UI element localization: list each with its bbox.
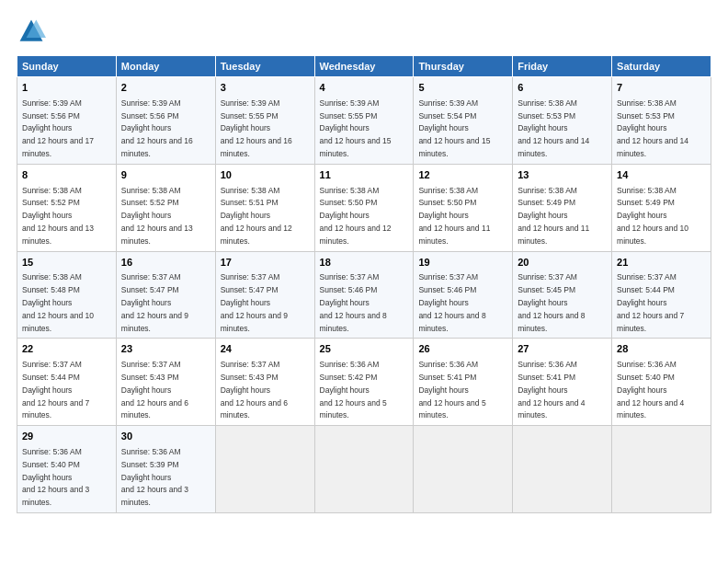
day-cell: 11Sunrise: 5:38 AMSunset: 5:50 PMDayligh… [314,164,414,251]
day-content: Sunrise: 5:39 AMSunset: 5:56 PMDaylight … [121,98,193,158]
day-content: Sunrise: 5:36 AMSunset: 5:39 PMDaylight … [121,447,188,507]
week-row-2: 8Sunrise: 5:38 AMSunset: 5:52 PMDaylight… [17,164,711,251]
day-cell [414,426,513,513]
col-header-sunday: Sunday [17,56,117,77]
day-content: Sunrise: 5:37 AMSunset: 5:46 PMDaylight … [418,272,485,332]
day-cell: 29Sunrise: 5:36 AMSunset: 5:40 PMDayligh… [17,426,117,513]
day-content: Sunrise: 5:36 AMSunset: 5:40 PMDaylight … [617,360,684,419]
day-cell: 16Sunrise: 5:37 AMSunset: 5:47 PMDayligh… [116,251,215,339]
day-content: Sunrise: 5:38 AMSunset: 5:50 PMDaylight … [320,186,392,246]
header-row: SundayMondayTuesdayWednesdayThursdayFrid… [17,56,711,77]
day-number: 4 [320,81,409,96]
col-header-saturday: Saturday [612,56,711,77]
day-cell: 12Sunrise: 5:38 AMSunset: 5:50 PMDayligh… [414,164,513,251]
day-cell: 6Sunrise: 5:38 AMSunset: 5:53 PMDaylight… [513,77,612,165]
col-header-monday: Monday [116,56,215,77]
day-cell: 20Sunrise: 5:37 AMSunset: 5:45 PMDayligh… [513,251,612,339]
day-cell: 25Sunrise: 5:36 AMSunset: 5:42 PMDayligh… [314,339,414,426]
day-content: Sunrise: 5:38 AMSunset: 5:48 PMDaylight … [22,272,94,332]
day-content: Sunrise: 5:37 AMSunset: 5:44 PMDaylight … [617,272,684,332]
day-number: 7 [617,81,706,96]
header [17,17,711,46]
day-number: 3 [221,81,310,96]
day-cell: 2Sunrise: 5:39 AMSunset: 5:56 PMDaylight… [116,77,215,165]
day-content: Sunrise: 5:36 AMSunset: 5:41 PMDaylight … [418,360,485,419]
day-number: 30 [121,430,210,444]
col-header-thursday: Thursday [414,56,513,77]
day-cell: 3Sunrise: 5:39 AMSunset: 5:55 PMDaylight… [215,77,314,165]
day-number: 26 [418,342,507,357]
day-cell: 27Sunrise: 5:36 AMSunset: 5:41 PMDayligh… [513,339,612,426]
day-number: 8 [22,168,111,183]
calendar-table: SundayMondayTuesdayWednesdayThursdayFrid… [17,55,711,513]
day-number: 16 [121,256,210,270]
day-number: 2 [121,81,210,96]
day-content: Sunrise: 5:37 AMSunset: 5:44 PMDaylight … [22,360,89,419]
week-row-4: 22Sunrise: 5:37 AMSunset: 5:44 PMDayligh… [17,339,711,426]
day-cell: 10Sunrise: 5:38 AMSunset: 5:51 PMDayligh… [215,164,314,251]
day-number: 25 [320,342,409,357]
day-content: Sunrise: 5:38 AMSunset: 5:52 PMDaylight … [22,186,94,246]
day-cell: 9Sunrise: 5:38 AMSunset: 5:52 PMDaylight… [116,164,215,251]
page: SundayMondayTuesdayWednesdayThursdayFrid… [0,0,728,563]
day-number: 28 [617,342,706,357]
day-content: Sunrise: 5:39 AMSunset: 5:55 PMDaylight … [221,98,292,158]
day-cell [513,426,612,513]
week-row-3: 15Sunrise: 5:38 AMSunset: 5:48 PMDayligh… [17,251,711,339]
day-cell: 26Sunrise: 5:36 AMSunset: 5:41 PMDayligh… [414,339,513,426]
col-header-tuesday: Tuesday [215,56,314,77]
day-cell: 24Sunrise: 5:37 AMSunset: 5:43 PMDayligh… [215,339,314,426]
day-number: 22 [22,342,111,357]
day-cell [314,426,414,513]
day-content: Sunrise: 5:38 AMSunset: 5:49 PMDaylight … [617,186,688,246]
day-number: 23 [121,342,210,357]
day-content: Sunrise: 5:38 AMSunset: 5:49 PMDaylight … [518,186,589,246]
day-content: Sunrise: 5:38 AMSunset: 5:52 PMDaylight … [121,186,193,246]
day-number: 11 [320,168,409,183]
day-number: 10 [221,168,310,183]
day-number: 29 [22,430,111,444]
day-cell: 15Sunrise: 5:38 AMSunset: 5:48 PMDayligh… [17,251,117,339]
day-content: Sunrise: 5:36 AMSunset: 5:41 PMDaylight … [518,360,585,419]
day-content: Sunrise: 5:36 AMSunset: 5:40 PMDaylight … [22,447,89,507]
day-number: 19 [418,256,507,270]
day-cell: 4Sunrise: 5:39 AMSunset: 5:55 PMDaylight… [314,77,414,165]
day-number: 12 [418,168,507,183]
day-content: Sunrise: 5:38 AMSunset: 5:50 PMDaylight … [418,186,490,246]
day-content: Sunrise: 5:36 AMSunset: 5:42 PMDaylight … [320,360,387,419]
day-number: 27 [518,342,607,357]
day-number: 20 [518,256,607,270]
day-cell [612,426,711,513]
day-cell: 30Sunrise: 5:36 AMSunset: 5:39 PMDayligh… [116,426,215,513]
day-content: Sunrise: 5:37 AMSunset: 5:47 PMDaylight … [121,272,188,332]
day-cell: 18Sunrise: 5:37 AMSunset: 5:46 PMDayligh… [314,251,414,339]
day-content: Sunrise: 5:37 AMSunset: 5:43 PMDaylight … [121,360,188,419]
week-row-5: 29Sunrise: 5:36 AMSunset: 5:40 PMDayligh… [17,426,711,513]
day-cell: 5Sunrise: 5:39 AMSunset: 5:54 PMDaylight… [414,77,513,165]
day-content: Sunrise: 5:39 AMSunset: 5:56 PMDaylight … [22,98,94,158]
day-content: Sunrise: 5:37 AMSunset: 5:43 PMDaylight … [221,360,288,419]
day-content: Sunrise: 5:37 AMSunset: 5:47 PMDaylight … [221,272,288,332]
day-number: 13 [518,168,607,183]
day-number: 9 [121,168,210,183]
day-cell: 22Sunrise: 5:37 AMSunset: 5:44 PMDayligh… [17,339,117,426]
day-cell: 1Sunrise: 5:39 AMSunset: 5:56 PMDaylight… [17,77,117,165]
day-cell: 19Sunrise: 5:37 AMSunset: 5:46 PMDayligh… [414,251,513,339]
logo [17,17,50,46]
day-content: Sunrise: 5:38 AMSunset: 5:53 PMDaylight … [617,98,688,158]
week-row-1: 1Sunrise: 5:39 AMSunset: 5:56 PMDaylight… [17,77,711,165]
day-content: Sunrise: 5:37 AMSunset: 5:45 PMDaylight … [518,272,585,332]
day-cell: 28Sunrise: 5:36 AMSunset: 5:40 PMDayligh… [612,339,711,426]
day-content: Sunrise: 5:39 AMSunset: 5:54 PMDaylight … [418,98,490,158]
logo-icon [17,17,46,46]
day-cell [215,426,314,513]
day-number: 15 [22,256,111,270]
day-cell: 7Sunrise: 5:38 AMSunset: 5:53 PMDaylight… [612,77,711,165]
day-number: 24 [221,342,310,357]
day-cell: 23Sunrise: 5:37 AMSunset: 5:43 PMDayligh… [116,339,215,426]
day-number: 5 [418,81,507,96]
day-content: Sunrise: 5:38 AMSunset: 5:51 PMDaylight … [221,186,292,246]
day-cell: 17Sunrise: 5:37 AMSunset: 5:47 PMDayligh… [215,251,314,339]
day-cell: 8Sunrise: 5:38 AMSunset: 5:52 PMDaylight… [17,164,117,251]
day-number: 14 [617,168,706,183]
